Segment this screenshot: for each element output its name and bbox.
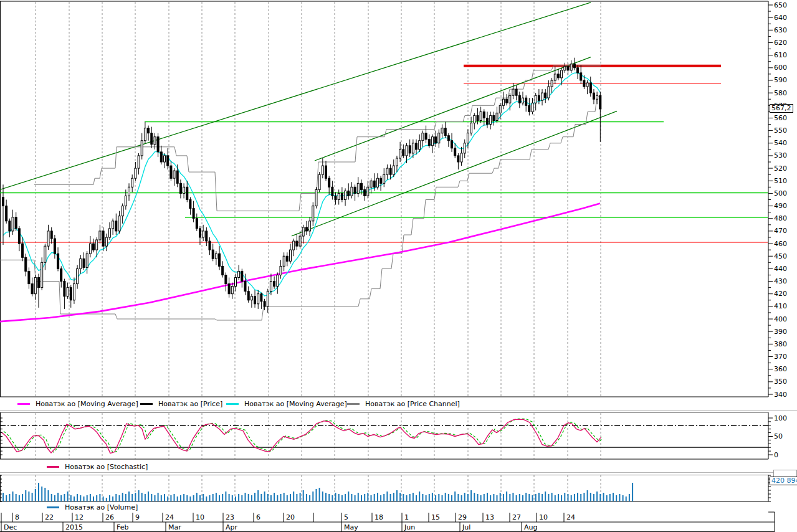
- svg-text:20: 20: [286, 513, 295, 521]
- svg-text:23: 23: [226, 513, 234, 521]
- svg-text:Jun: Jun: [404, 523, 415, 531]
- svg-text:29: 29: [458, 513, 467, 521]
- svg-text:420: 420: [774, 290, 787, 298]
- svg-text:18: 18: [375, 513, 383, 521]
- svg-text:13: 13: [485, 513, 494, 521]
- svg-text:600: 600: [774, 64, 787, 72]
- svg-text:380: 380: [774, 340, 787, 348]
- svg-text:500: 500: [774, 189, 787, 197]
- volume-legend-row: Новатэк ао [Volume]: [0, 502, 768, 513]
- svg-text:15: 15: [431, 513, 440, 521]
- legend-item-price-channel[interactable]: Новатэк ао [Price Channel]: [347, 399, 460, 409]
- svg-text:Jul: Jul: [462, 523, 470, 531]
- price-line-icon: [140, 403, 153, 405]
- svg-text:640: 640: [774, 14, 787, 22]
- svg-text:520: 520: [774, 164, 787, 173]
- legend-item-ma-slow[interactable]: Новатэк ао [Moving Average]: [17, 399, 138, 409]
- legend-label: Новатэк ао [Stochastic]: [65, 463, 148, 471]
- svg-text:510: 510: [774, 177, 787, 185]
- svg-text:480: 480: [774, 214, 787, 222]
- stochastic-line-icon: [47, 466, 59, 468]
- svg-text:580: 580: [774, 89, 787, 97]
- svg-text:590: 590: [774, 76, 787, 84]
- volume-line-icon: [47, 506, 59, 508]
- svg-text:470: 470: [774, 227, 787, 235]
- svg-text:620: 620: [774, 39, 787, 47]
- svg-text:410: 410: [774, 302, 787, 310]
- svg-text:Mar: Mar: [168, 523, 181, 531]
- svg-text:630: 630: [774, 26, 787, 34]
- svg-text:650: 650: [774, 1, 787, 9]
- svg-text:610: 610: [774, 51, 787, 59]
- svg-text:370: 370: [774, 353, 787, 361]
- svg-text:460: 460: [774, 240, 787, 248]
- svg-text:0: 0: [774, 451, 778, 459]
- svg-text:22: 22: [45, 513, 54, 521]
- svg-text:360: 360: [774, 365, 787, 373]
- legend-item-ma-fast[interactable]: Новатэк ао [Moving Average]: [226, 399, 347, 409]
- legend-label: Новатэк ао [Price]: [158, 400, 222, 408]
- svg-text:450: 450: [774, 252, 787, 260]
- chart-canvas[interactable]: 3403503603703803904004104204304404504604…: [0, 0, 797, 532]
- panel-divider: [0, 410, 797, 412]
- ma-fast-line-icon: [226, 403, 239, 405]
- legend-item-stochastic[interactable]: Новатэк ао [Stochastic]: [47, 462, 148, 472]
- legend-label: Новатэк ао [Moving Average]: [244, 400, 347, 408]
- svg-text:6: 6: [256, 513, 260, 521]
- svg-text:Feb: Feb: [117, 523, 128, 531]
- svg-text:May: May: [344, 523, 358, 531]
- svg-text:26: 26: [105, 513, 114, 521]
- svg-text:24: 24: [165, 513, 174, 521]
- svg-text:24: 24: [566, 513, 575, 521]
- svg-text:9: 9: [135, 513, 140, 521]
- svg-text:490: 490: [774, 202, 787, 210]
- svg-text:400: 400: [774, 315, 787, 323]
- svg-text:12: 12: [75, 513, 84, 521]
- svg-text:560: 560: [774, 114, 787, 122]
- svg-text:1: 1: [404, 513, 409, 521]
- last-price-tag: 567,2: [770, 104, 793, 113]
- legend-label: Новатэк ао [Volume]: [65, 503, 138, 511]
- chart-application-window: 3403503603703803904004104204304404504604…: [0, 0, 797, 532]
- svg-text:550: 550: [774, 126, 787, 135]
- svg-text:Aug: Aug: [524, 523, 537, 531]
- legend-item-volume[interactable]: Новатэк ао [Volume]: [47, 502, 138, 513]
- svg-text:27: 27: [512, 513, 521, 521]
- stochastic-legend-row: Новатэк ао [Stochastic]: [0, 462, 768, 472]
- panel-divider: [0, 472, 797, 475]
- svg-text:8: 8: [15, 513, 19, 521]
- svg-text:10: 10: [539, 513, 548, 521]
- svg-text:440: 440: [774, 265, 787, 273]
- svg-text:530: 530: [774, 151, 787, 159]
- ma-slow-line-icon: [17, 403, 30, 405]
- svg-text:340: 340: [774, 391, 787, 399]
- legend-item-price[interactable]: Новатэк ао [Price]: [140, 399, 222, 409]
- legend-label: Новатэк ао [Price Channel]: [365, 400, 460, 408]
- svg-text:50: 50: [774, 432, 783, 440]
- price-channel-line-icon: [347, 403, 360, 405]
- legend-label: Новатэк ао [Moving Average]: [36, 400, 138, 408]
- last-volume-tag: 420 894: [770, 477, 797, 485]
- svg-text:390: 390: [774, 328, 787, 336]
- svg-text:10: 10: [196, 513, 204, 521]
- svg-text:540: 540: [774, 139, 787, 147]
- svg-text:430: 430: [774, 277, 787, 285]
- svg-text:2015: 2015: [65, 523, 83, 531]
- svg-text:5: 5: [344, 513, 348, 521]
- svg-text:Dec: Dec: [4, 523, 17, 531]
- svg-text:100: 100: [774, 414, 787, 422]
- price-legend-row: Новатэк ао [Moving Average] Новатэк ао […: [0, 399, 768, 409]
- svg-text:350: 350: [774, 378, 787, 386]
- svg-text:Apr: Apr: [226, 523, 238, 531]
